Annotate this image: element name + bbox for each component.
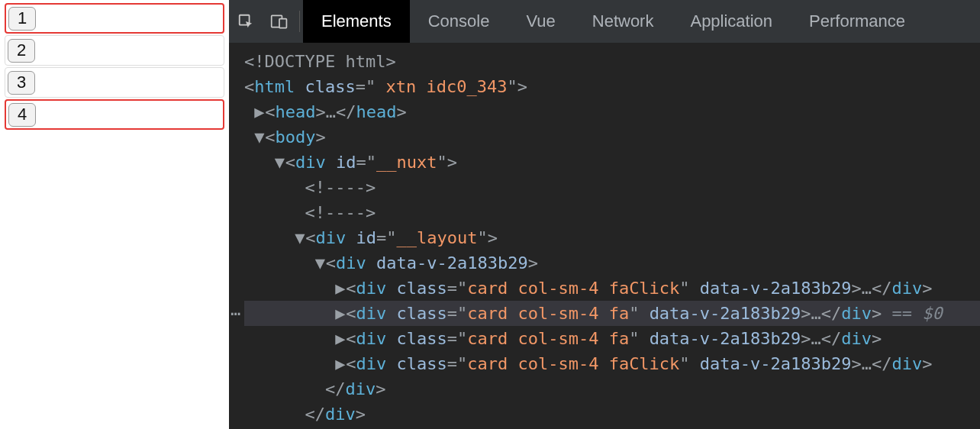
dom-body-open[interactable]: ▼<body> [244, 124, 980, 150]
devtools-panel: Elements Console Vue Network Application… [229, 0, 980, 429]
inspect-icon[interactable] [229, 0, 263, 43]
card-number: 4 [8, 103, 36, 127]
tab-elements[interactable]: Elements [303, 0, 410, 43]
dom-comment[interactable]: <!----> [244, 200, 980, 225]
dom-card-div[interactable]: ▶<div class="card col-sm-4 faClick" data… [244, 276, 980, 301]
tab-vue[interactable]: Vue [508, 0, 573, 43]
dom-html-open[interactable]: <html class=" xtn idc0_343"> [244, 74, 980, 99]
dom-tree[interactable]: <!DOCTYPE html> <html class=" xtn idc0_3… [229, 43, 980, 429]
dom-div-close[interactable]: </div> [244, 402, 980, 427]
dom-card-div[interactable]: ▶<div class="card col-sm-4 faClick" data… [244, 351, 980, 376]
dom-div-close[interactable]: </div> [244, 376, 980, 402]
dom-card-div-selected[interactable]: ▶<div class="card col-sm-4 fa" data-v-2a… [244, 301, 980, 326]
svg-rect-2 [279, 19, 286, 28]
device-toggle-icon[interactable] [263, 0, 296, 43]
dom-wrapper-div[interactable]: ▼<div data-v-2a183b29> [244, 250, 980, 276]
card-2[interactable]: 2 [5, 35, 224, 66]
tabbar-separator [299, 11, 300, 32]
card-4[interactable]: 4 [5, 99, 224, 130]
dom-nuxt-div[interactable]: ▼<div id="__nuxt"> [244, 150, 980, 175]
dom-doctype[interactable]: <!DOCTYPE html> [244, 49, 980, 74]
tab-console[interactable]: Console [410, 0, 508, 43]
tab-performance[interactable]: Performance [791, 0, 924, 43]
card-number: 2 [8, 39, 35, 63]
dom-comment[interactable]: <!----> [244, 175, 980, 200]
card-number: 1 [8, 7, 36, 31]
dom-card-div[interactable]: ▶<div class="card col-sm-4 fa" data-v-2a… [244, 326, 980, 351]
tab-application[interactable]: Application [672, 0, 791, 43]
dom-layout-div[interactable]: ▼<div id="__layout"> [244, 225, 980, 250]
tab-network[interactable]: Network [574, 0, 672, 43]
page-area: 1 2 3 4 [0, 0, 229, 429]
card-1[interactable]: 1 [5, 3, 224, 34]
card-number: 3 [8, 71, 35, 95]
devtools-tabbar: Elements Console Vue Network Application… [229, 0, 980, 43]
dom-head[interactable]: ▶<head>…</head> [244, 99, 980, 124]
card-3[interactable]: 3 [5, 67, 224, 98]
